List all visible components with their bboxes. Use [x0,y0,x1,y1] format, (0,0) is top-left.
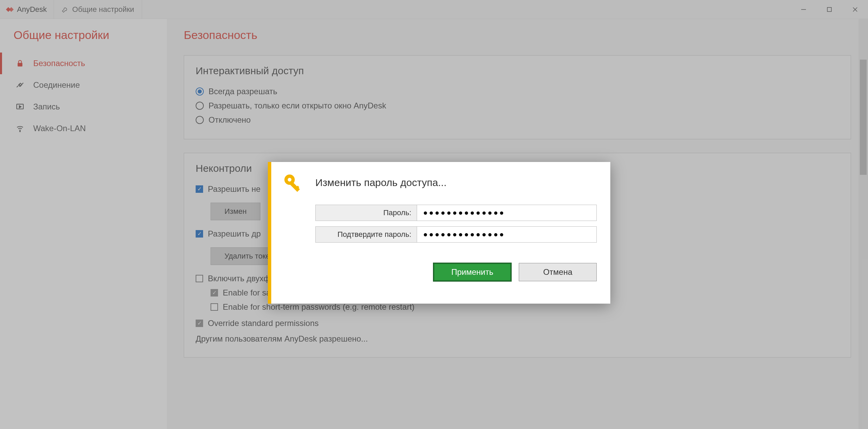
confirm-label: Подтвердите пароль: [315,226,417,243]
confirm-field-row: Подтвердите пароль: ●●●●●●●●●●●●●● [315,226,597,243]
cancel-button[interactable]: Отмена [519,263,597,281]
apply-button[interactable]: Применить [433,263,511,281]
password-label: Пароль: [315,205,417,221]
key-icon [281,171,305,195]
svg-point-8 [288,178,292,182]
change-password-dialog: Изменить пароль доступа... Пароль: ●●●●●… [268,162,610,304]
password-input[interactable]: ●●●●●●●●●●●●●● [417,205,597,221]
confirm-input[interactable]: ●●●●●●●●●●●●●● [417,226,597,243]
dialog-title: Изменить пароль доступа... [315,177,447,188]
password-field-row: Пароль: ●●●●●●●●●●●●●● [315,205,597,221]
